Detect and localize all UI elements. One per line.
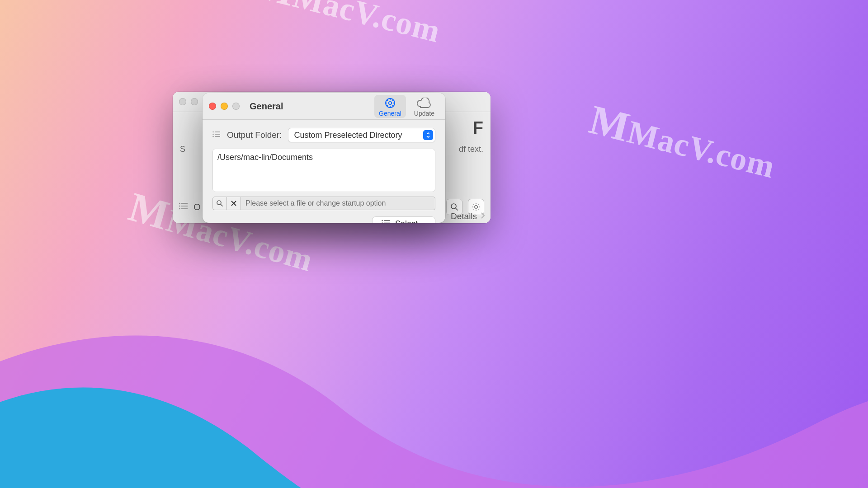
tab-label: Update bbox=[414, 110, 434, 117]
details-label: Details bbox=[451, 211, 477, 221]
search-icon bbox=[450, 203, 458, 211]
clear-button[interactable] bbox=[227, 197, 241, 210]
zoom-button[interactable] bbox=[232, 103, 240, 110]
output-path-field[interactable]: /Users/mac-lin/Documents bbox=[212, 149, 435, 192]
output-folder-label: Output Folder: bbox=[227, 130, 282, 140]
select-value: Custom Preselected Directory bbox=[294, 131, 402, 140]
svg-point-5 bbox=[179, 208, 180, 210]
main-title: F bbox=[473, 118, 483, 138]
list-icon bbox=[179, 202, 188, 211]
updown-icon bbox=[423, 130, 433, 140]
svg-point-4 bbox=[179, 206, 180, 207]
svg-point-15 bbox=[212, 134, 213, 135]
preferences-tabbar: General Update bbox=[374, 95, 439, 118]
svg-point-8 bbox=[475, 206, 477, 208]
svg-point-6 bbox=[451, 204, 456, 209]
close-button[interactable] bbox=[179, 98, 186, 105]
tab-update[interactable]: Update bbox=[410, 96, 439, 118]
svg-point-24 bbox=[382, 220, 382, 221]
details-button[interactable]: Details bbox=[451, 211, 485, 221]
traffic-lights bbox=[209, 103, 240, 110]
preferences-title: General bbox=[250, 101, 283, 112]
search-icon bbox=[216, 200, 223, 207]
gear-icon bbox=[382, 97, 398, 109]
chevron-right-icon bbox=[481, 212, 485, 221]
output-label-short: O bbox=[193, 202, 201, 212]
preferences-window: General General Update bbox=[203, 93, 445, 223]
main-hint-right: df text. bbox=[459, 145, 483, 154]
select-folder-button[interactable]: Select… bbox=[372, 216, 435, 223]
close-icon bbox=[231, 200, 237, 206]
tab-general[interactable]: General bbox=[374, 95, 406, 118]
main-hint-left: S bbox=[180, 145, 185, 154]
list-icon bbox=[212, 131, 221, 139]
file-select-message: Please select a file or change startup o… bbox=[241, 197, 435, 210]
svg-point-10 bbox=[389, 101, 392, 104]
watermark: MMacV.com bbox=[250, 0, 446, 52]
close-button[interactable] bbox=[209, 103, 216, 110]
svg-point-17 bbox=[217, 201, 221, 205]
svg-point-3 bbox=[179, 203, 180, 204]
svg-point-14 bbox=[212, 131, 213, 132]
svg-line-18 bbox=[221, 204, 223, 206]
minimize-button[interactable] bbox=[191, 98, 198, 105]
svg-point-25 bbox=[382, 222, 382, 223]
cloud-icon bbox=[415, 98, 433, 109]
list-icon bbox=[382, 219, 391, 223]
file-select-row: Please select a file or change startup o… bbox=[212, 197, 435, 210]
tab-label: General bbox=[379, 110, 401, 117]
desktop-wallpaper: MMacV.com MMacV.com MMacV.com bbox=[0, 0, 868, 488]
gear-icon bbox=[472, 203, 480, 211]
svg-point-16 bbox=[212, 136, 213, 137]
browse-button[interactable] bbox=[212, 197, 227, 210]
output-folder-select[interactable]: Custom Preselected Directory bbox=[288, 128, 435, 142]
output-path-value: /Users/mac-lin/Documents bbox=[217, 153, 313, 162]
preferences-titlebar[interactable]: General General Update bbox=[203, 93, 445, 119]
minimize-button[interactable] bbox=[221, 103, 228, 110]
select-button-label: Select… bbox=[395, 219, 426, 223]
svg-line-7 bbox=[456, 208, 458, 211]
